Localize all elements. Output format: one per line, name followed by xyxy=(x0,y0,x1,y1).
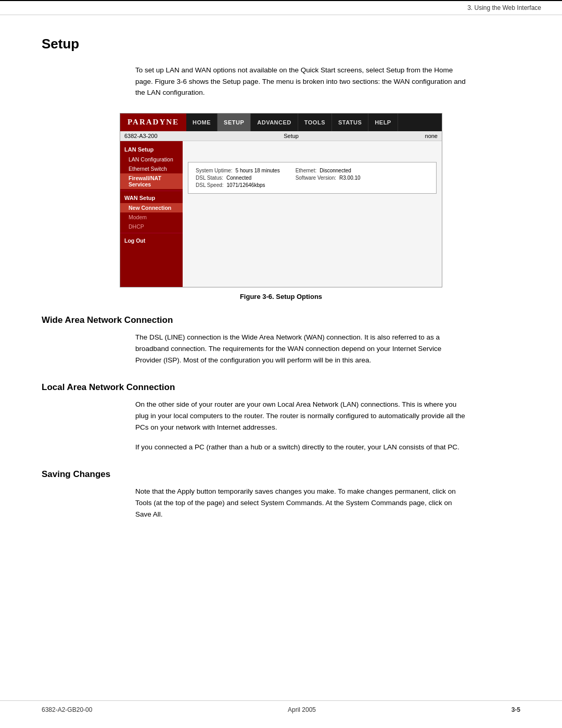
saving-heading: Saving Changes xyxy=(42,469,520,480)
lan-paragraph-2: If you connected a PC (rather than a hub… xyxy=(135,442,468,453)
section-saving: Saving Changes Note that the Apply butto… xyxy=(42,469,520,521)
sidebar-divider-2 xyxy=(120,233,183,233)
page-footer: 6382-A2-GB20-00 April 2005 3-5 xyxy=(0,700,562,713)
footer-date: April 2005 xyxy=(288,706,316,713)
breadcrumb-left: 6382-A3-200 xyxy=(124,133,158,139)
chapter-label: 3. Using the Web Interface xyxy=(467,4,541,11)
breadcrumb-right: none xyxy=(425,133,438,139)
main-panel: System Uptime: 5 hours 18 minutes DSL St… xyxy=(183,141,442,287)
nav-help[interactable]: HELP xyxy=(368,114,398,131)
wan-heading: Wide Area Network Connection xyxy=(42,315,520,325)
sidebar-item-firewall[interactable]: Firewall/NATServices xyxy=(120,173,183,189)
saving-paragraph: Note that the Apply button temporarily s… xyxy=(135,486,468,521)
status-col-left: System Uptime: 5 hours 18 minutes DSL St… xyxy=(196,168,280,188)
sidebar-item-lan-config[interactable]: LAN Configuration xyxy=(120,155,183,164)
sidebar-section-lan: LAN Setup xyxy=(120,144,183,155)
footer-doc-number: 6382-A2-GB20-00 xyxy=(42,706,92,713)
figure-screenshot: PARADYNE HOME SETUP ADVANCED TOOLS STATU… xyxy=(120,113,442,287)
sidebar-item-dhcp[interactable]: DHCP xyxy=(120,222,183,231)
breadcrumb-center: Setup xyxy=(284,133,299,139)
status-col-right: Ethernet: Disconnected Software Version:… xyxy=(296,168,361,188)
lan-heading: Local Area Network Connection xyxy=(42,382,520,393)
page-header: 3. Using the Web Interface xyxy=(0,0,562,15)
status-dsl-status: DSL Status: Connected xyxy=(196,175,280,181)
status-box: System Uptime: 5 hours 18 minutes DSL St… xyxy=(188,162,437,194)
figure-caption: Figure 3-6. Setup Options xyxy=(42,293,520,300)
intro-paragraph: To set up LAN and WAN options not availa… xyxy=(135,65,468,98)
status-software: Software Version: R3.00.10 xyxy=(296,175,361,181)
nav-status[interactable]: STATUS xyxy=(332,114,368,131)
nav-advanced[interactable]: ADVANCED xyxy=(251,114,298,131)
sidebar-section-wan: WAN Setup xyxy=(120,193,183,203)
sidebar-item-new-connection[interactable]: New Connection xyxy=(120,203,183,212)
page-content: Setup To set up LAN and WAN options not … xyxy=(0,15,562,567)
footer-page-number: 3-5 xyxy=(512,706,520,713)
status-dsl-speed: DSL Speed: 1071/12646kbps xyxy=(196,182,280,188)
nav-tools[interactable]: TOOLS xyxy=(298,114,332,131)
sidebar: LAN Setup LAN Configuration Ethernet Swi… xyxy=(120,141,183,287)
wan-paragraph: The DSL (LINE) connection is the Wide Ar… xyxy=(135,332,468,367)
nav-links: HOME SETUP ADVANCED TOOLS STATUS HELP xyxy=(186,114,398,131)
figure-body: LAN Setup LAN Configuration Ethernet Swi… xyxy=(120,141,442,287)
logo: PARADYNE xyxy=(120,114,186,131)
sidebar-item-logout[interactable]: Log Out xyxy=(120,235,183,246)
sidebar-divider xyxy=(120,191,183,191)
section-lan: Local Area Network Connection On the oth… xyxy=(42,382,520,454)
breadcrumb-bar: 6382-A3-200 Setup none xyxy=(120,131,442,141)
page-title: Setup xyxy=(42,36,520,52)
status-ethernet: Ethernet: Disconnected xyxy=(296,168,361,173)
nav-setup[interactable]: SETUP xyxy=(218,114,251,131)
sidebar-item-ethernet-switch[interactable]: Ethernet Switch xyxy=(120,164,183,173)
logo-text: PARADYNE xyxy=(127,118,179,127)
section-wan: Wide Area Network Connection The DSL (LI… xyxy=(42,315,520,367)
sidebar-item-modem[interactable]: Modem xyxy=(120,212,183,222)
nav-home[interactable]: HOME xyxy=(186,114,218,131)
status-uptime: System Uptime: 5 hours 18 minutes xyxy=(196,168,280,173)
nav-bar: PARADYNE HOME SETUP ADVANCED TOOLS STATU… xyxy=(120,114,442,131)
lan-paragraph-1: On the other side of your router are you… xyxy=(135,399,468,434)
